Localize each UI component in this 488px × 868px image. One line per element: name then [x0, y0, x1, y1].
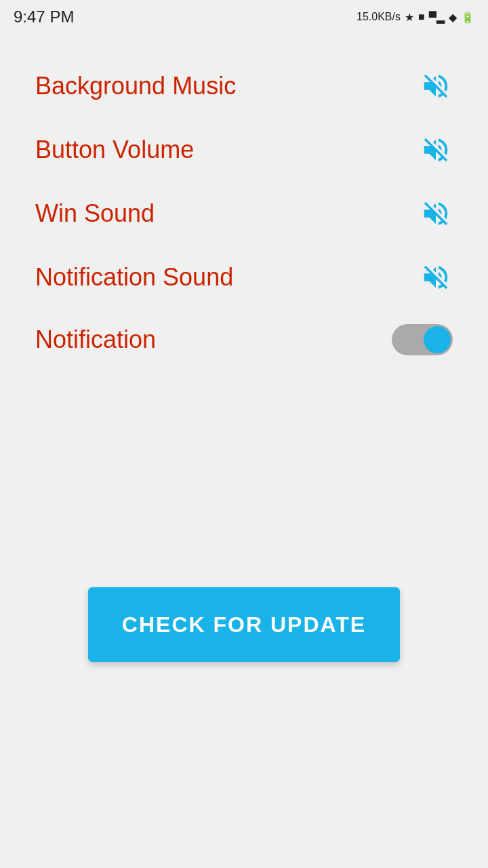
notification-sound-label: Notification Sound [35, 263, 233, 292]
background-music-row[interactable]: Background Music [0, 54, 488, 118]
sim-icon: ■ [418, 11, 425, 23]
mute-speaker-icon-2 [420, 198, 451, 229]
notification-sound-row[interactable]: Notification Sound [0, 245, 488, 309]
status-time: 9:47 PM [14, 7, 74, 26]
battery-icon: 🔋 [461, 11, 474, 24]
win-sound-mute-icon[interactable] [419, 197, 453, 231]
notification-toggle[interactable] [392, 324, 453, 355]
button-container: CHECK FOR UPDATE [0, 587, 488, 662]
background-music-label: Background Music [35, 72, 236, 100]
notification-label: Notification [35, 326, 156, 354]
button-volume-row[interactable]: Button Volume [0, 118, 488, 182]
check-update-button[interactable]: CHECK FOR UPDATE [88, 587, 400, 662]
settings-content: Background Music Button Volume Win Sound… [0, 34, 488, 682]
win-sound-row[interactable]: Win Sound [0, 182, 488, 245]
wifi-icon: ◆ [449, 11, 457, 24]
mute-speaker-icon-1 [420, 134, 451, 165]
button-volume-label: Button Volume [35, 136, 194, 164]
notification-sound-mute-icon[interactable] [419, 260, 453, 294]
mute-speaker-icon-3 [420, 262, 451, 293]
mute-speaker-icon-0 [420, 71, 451, 102]
status-bar: 9:47 PM 15.0KB/s ★ ■ ▀▂ ◆ 🔋 [0, 0, 488, 34]
win-sound-label: Win Sound [35, 199, 155, 228]
network-speed: 15.0KB/s [357, 11, 401, 23]
bluetooth-icon: ★ [405, 11, 414, 24]
signal-icon: ▀▂ [429, 11, 445, 24]
notification-row[interactable]: Notification [0, 309, 488, 370]
button-volume-mute-icon[interactable] [419, 133, 453, 167]
notification-toggle-container [392, 324, 453, 355]
status-icons: 15.0KB/s ★ ■ ▀▂ ◆ 🔋 [357, 11, 474, 24]
toggle-thumb [424, 326, 451, 353]
background-music-mute-icon[interactable] [419, 69, 453, 103]
